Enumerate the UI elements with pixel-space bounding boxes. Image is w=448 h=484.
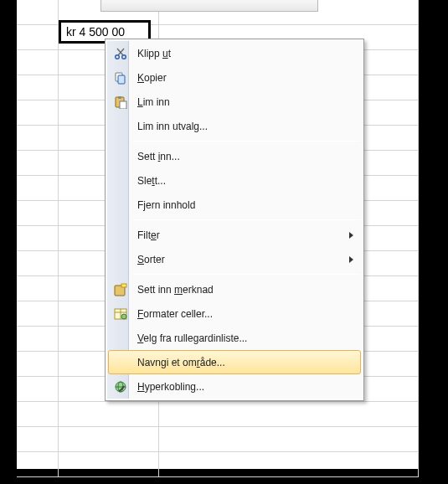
menu-paste[interactable]: Lim inn [108,90,361,114]
menu-separator [132,274,360,275]
grid-cell[interactable] [17,276,59,301]
grid-cell[interactable] [17,176,59,200]
comment-icon [112,281,129,298]
format-cells-icon [112,306,129,322]
svg-line-2 [118,49,124,55]
window-frame: // rows are purely decorative grid lines… [17,0,419,469]
grid-cell[interactable] [17,301,59,326]
menu-label: Lim inn utvalg... [137,121,208,132]
grid-cell[interactable] [17,151,59,175]
grid-cell[interactable] [17,251,59,275]
grid-cell[interactable] [17,402,59,426]
menu-label: Lim inn [137,96,170,108]
grid-cell[interactable] [59,427,159,451]
menu-label: Hyperkobling... [137,381,204,393]
copy-icon [112,70,129,86]
menu-label: Sett inn... [137,151,180,162]
grid-cell[interactable] [159,427,419,451]
svg-point-0 [116,55,120,59]
grid-cell[interactable] [17,100,59,125]
svg-point-14 [121,314,126,319]
grid-cell[interactable] [159,402,419,426]
grid-cell[interactable] [59,452,159,476]
paste-icon [112,94,129,111]
menu-label: Sett inn merknad [137,284,214,296]
grid-row [17,402,419,427]
menu-separator [132,141,360,142]
cell-value: kr 4 500 00 [66,25,125,39]
submenu-arrow-icon [349,232,353,239]
grid-cell[interactable] [17,50,59,75]
grid-cell[interactable] [59,402,159,426]
grid-row [17,452,419,477]
menu-cut[interactable]: Klipp ut [108,41,361,65]
svg-point-1 [122,55,126,59]
grid-row [17,427,419,452]
menu-format-cells[interactable]: Formater celler... [108,301,361,326]
grid-cell[interactable] [17,201,59,225]
svg-rect-10 [121,284,126,287]
menu-filter[interactable]: Filter [108,223,361,247]
menu-label: Fjern innhold [137,199,195,211]
menu-label: Velg fra rullegardinliste... [137,332,247,344]
grid-cell[interactable] [17,75,59,100]
menu-pick-from-list[interactable]: Velg fra rullegardinliste... [108,326,361,350]
menu-label: Filter [137,229,160,241]
menu-label: Formater celler... [137,308,213,320]
grid-cell[interactable] [17,427,59,451]
menu-label: Sorter [137,254,165,265]
grid-cell[interactable] [159,452,419,476]
submenu-arrow-icon [349,256,353,263]
context-menu: Klipp ut Kopier [105,39,364,401]
svg-rect-8 [120,101,126,109]
menu-label: Kopier [137,72,167,84]
menu-delete[interactable]: Slett... [108,168,361,193]
grid-cell[interactable] [17,126,59,150]
grid-cell[interactable] [17,226,59,250]
svg-line-3 [117,49,123,55]
toolbar-fragment [100,0,318,12]
menu-label: Slett... [137,175,166,187]
grid-cell[interactable] [17,452,59,476]
grid-cell[interactable] [17,25,59,49]
hyperlink-icon [112,378,129,395]
menu-name-range[interactable]: Navngi et område... [108,350,361,374]
svg-rect-7 [118,96,121,99]
grid-cell[interactable] [17,0,59,24]
menu-hyperlink[interactable]: Hyperkobling... [108,374,361,399]
menu-clear[interactable]: Fjern innhold [108,193,361,217]
grid-cell[interactable] [17,377,59,401]
menu-separator [132,219,360,220]
menu-insert[interactable]: Sett inn... [108,144,361,168]
menu-paste-special[interactable]: Lim inn utvalg... [108,114,361,138]
scissors-icon [112,45,129,62]
menu-copy[interactable]: Kopier [108,65,361,90]
grid-cell[interactable] [17,352,59,376]
menu-label: Klipp ut [137,48,171,59]
menu-label: Navngi et område... [137,357,225,368]
svg-rect-5 [118,75,125,84]
menu-sort[interactable]: Sorter [108,247,361,271]
grid-cell[interactable] [17,327,59,351]
menu-insert-comment[interactable]: Sett inn merknad [108,277,361,301]
